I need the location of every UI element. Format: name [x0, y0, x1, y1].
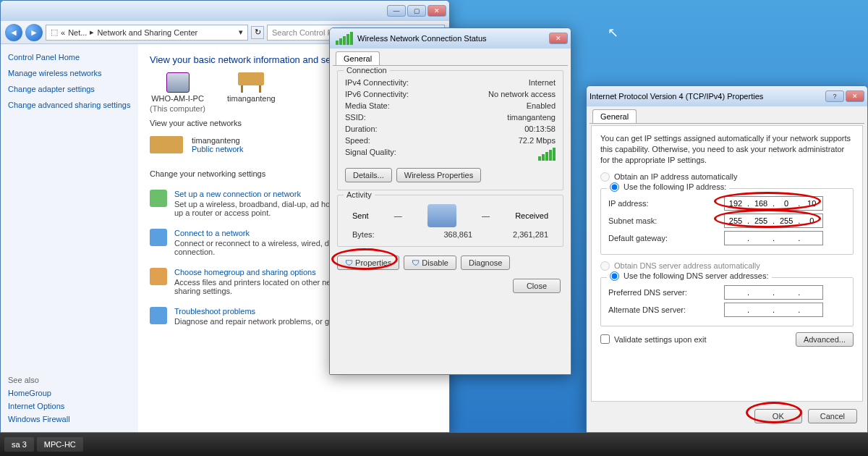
kv-label: Duration:: [345, 124, 378, 133]
bytes-received: 2,361,281: [513, 230, 548, 239]
signal-quality-label: Signal Quality:: [345, 148, 396, 161]
kv-value: No network access: [488, 90, 556, 98]
control-panel-home-link[interactable]: Control Panel Home: [8, 53, 131, 62]
sidebar-link[interactable]: Windows Firewall: [8, 415, 131, 423]
kv-label: Media State:: [345, 101, 390, 110]
maximize-button[interactable]: ▢: [407, 5, 426, 17]
disable-button[interactable]: 🛡 Disable: [404, 256, 456, 270]
forward-button[interactable]: ►: [25, 24, 43, 41]
sidebar-link[interactable]: Internet Options: [8, 402, 131, 410]
signal-icon: [336, 32, 353, 45]
dialog-title: Wireless Network Connection Status: [357, 34, 545, 43]
dns-fieldset: Use the following DNS server addresses: …: [600, 277, 854, 326]
bytes-label: Bytes:: [352, 230, 375, 239]
details-button[interactable]: Details...: [345, 168, 392, 182]
bytes-sent: 368,861: [443, 230, 472, 239]
minimize-button[interactable]: —: [387, 5, 406, 17]
activity-group: Activity Sent — — Received Bytes:368,861…: [337, 195, 563, 247]
alternate-dns-label: Alternate DNS server:: [608, 305, 717, 314]
network-type-link[interactable]: Public network: [192, 145, 244, 153]
ok-button[interactable]: OK: [754, 409, 802, 423]
subnet-mask-label: Subnet mask:: [608, 216, 717, 225]
preferred-dns-label: Preferred DNS server:: [608, 288, 717, 297]
diagnose-button[interactable]: Diagnose: [461, 256, 510, 270]
close-button[interactable]: ✕: [427, 5, 446, 17]
group-legend: Activity: [344, 190, 375, 199]
tcpip-properties-dialog: Internet Protocol Version 4 (TCP/IPv4) P…: [586, 85, 868, 433]
validate-checkbox[interactable]: Validate settings upon exit: [600, 334, 707, 344]
computer-icon: [166, 72, 190, 93]
received-label: Received: [515, 211, 548, 220]
back-button[interactable]: ◄: [5, 24, 22, 41]
advanced-button[interactable]: Advanced...: [796, 332, 854, 347]
tab-general[interactable]: General: [336, 51, 380, 65]
connection-group: Connection IPv4 Connectivity:Internet IP…: [337, 70, 563, 190]
cancel-button[interactable]: Cancel: [808, 409, 857, 423]
breadcrumb-root[interactable]: Net...: [68, 28, 87, 37]
radio-obtain-ip-auto[interactable]: Obtain an IP address automatically: [600, 172, 854, 182]
kv-value: 72.2 Mbps: [519, 136, 556, 145]
signal-bars-icon: [538, 148, 556, 161]
radio-obtain-dns-auto: Obtain DNS server address automatically: [600, 261, 854, 271]
kv-value: Enabled: [527, 101, 556, 110]
kv-label: Speed:: [345, 136, 370, 145]
kv-value: timanganteng: [507, 113, 556, 122]
connect-icon: [150, 229, 167, 246]
description-text: You can get IP settings assigned automat…: [600, 133, 854, 166]
troubleshoot-icon: [150, 307, 167, 324]
kv-label: IPv6 Connectivity:: [345, 90, 409, 98]
taskbar-item[interactable]: MPC-HC: [37, 437, 83, 452]
mouse-cursor: ↖: [608, 25, 618, 41]
ip-address-label: IP address:: [608, 199, 717, 208]
sidebar-link[interactable]: HomeGroup: [8, 389, 131, 397]
close-button[interactable]: ✕: [846, 90, 864, 102]
active-network-name: timanganteng: [192, 136, 244, 145]
help-button[interactable]: ?: [825, 90, 844, 102]
sidebar-link[interactable]: Change adapter settings: [8, 85, 131, 93]
titlebar[interactable]: Internet Protocol Version 4 (TCP/IPv4) P…: [587, 86, 867, 106]
titlebar[interactable]: — ▢ ✕: [1, 1, 449, 21]
dialog-title: Internet Protocol Version 4 (TCP/IPv4) P…: [590, 92, 821, 101]
close-button[interactable]: ✕: [549, 33, 568, 44]
refresh-button[interactable]: ↻: [251, 26, 264, 39]
sidebar-link[interactable]: Manage wireless networks: [8, 69, 131, 77]
taskbar[interactable]: sa 3 MPC-HC: [0, 433, 868, 456]
kv-value: 00:13:58: [524, 124, 556, 133]
computers-icon: [427, 204, 456, 227]
gateway-label: Default gateway:: [608, 234, 717, 242]
radio-use-ip[interactable]: [610, 182, 619, 192]
setup-icon: [150, 190, 167, 207]
ip-address-fieldset: Use the following IP address: IP address…: [600, 188, 854, 255]
subnet-mask-input[interactable]: ...: [724, 214, 823, 228]
breadcrumb[interactable]: ⬚ « Net... ▸ Network and Sharing Center …: [46, 25, 248, 41]
gateway-input[interactable]: ...: [724, 231, 823, 245]
sidebar-link[interactable]: Change advanced sharing settings: [8, 101, 131, 109]
nav-icon: ⬚: [51, 28, 58, 37]
wireless-status-dialog: Wireless Network Connection Status ✕ Gen…: [329, 28, 571, 375]
kv-value: Internet: [529, 78, 556, 87]
router-icon: [238, 72, 264, 85]
alternate-dns-input[interactable]: ...: [724, 303, 823, 317]
pc-name: WHO-AM-I-PC: [151, 94, 204, 103]
group-legend: Connection: [344, 66, 390, 75]
radio-use-dns[interactable]: [610, 271, 619, 281]
wireless-properties-button[interactable]: Wireless Properties: [396, 168, 481, 182]
router-name: timanganteng: [227, 94, 276, 103]
breadcrumb-page[interactable]: Network and Sharing Center: [97, 28, 197, 37]
tab-general[interactable]: General: [592, 109, 637, 123]
sidebar: Control Panel Home Manage wireless netwo…: [1, 44, 138, 432]
kv-label: IPv4 Connectivity:: [345, 78, 409, 87]
preferred-dns-input[interactable]: ...: [724, 285, 823, 300]
properties-button[interactable]: 🛡 Properties: [337, 256, 399, 270]
ip-address-input[interactable]: ...: [724, 196, 823, 211]
taskbar-item[interactable]: sa 3: [4, 437, 34, 452]
close-button[interactable]: Close: [513, 279, 561, 293]
pc-sublabel: (This computer): [150, 104, 205, 113]
homegroup-icon: [150, 268, 167, 285]
kv-label: SSID:: [345, 113, 366, 122]
network-icon: [150, 136, 183, 153]
titlebar[interactable]: Wireless Network Connection Status ✕: [330, 28, 571, 48]
sent-label: Sent: [352, 211, 369, 220]
see-also-header: See also: [8, 376, 131, 384]
